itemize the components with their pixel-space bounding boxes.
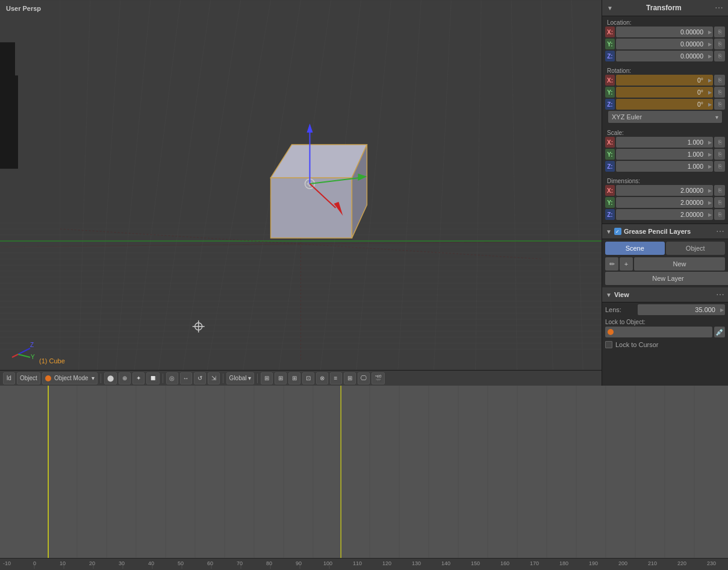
- gp-menu[interactable]: ⋯: [716, 227, 724, 236]
- view-title: View: [614, 291, 714, 298]
- gp-new-btn[interactable]: New: [634, 257, 725, 271]
- toolbar-mode-select[interactable]: Object Mode ▾: [42, 372, 98, 384]
- scale-x-copy[interactable]: ⎘: [714, 137, 725, 148]
- svg-text:120: 120: [382, 560, 391, 566]
- rotation-x-input[interactable]: 0° ▶: [616, 75, 713, 86]
- location-x-input[interactable]: 0.00000 ▶: [616, 27, 713, 37]
- location-z-input[interactable]: 0.00000 ▶: [616, 51, 713, 61]
- toolbar-icon8[interactable]: 🖵: [358, 372, 370, 384]
- eyedropper-icon: 💉: [715, 328, 724, 336]
- object-label: (1) Cube: [39, 357, 65, 365]
- svg-text:200: 200: [618, 560, 627, 566]
- sep2: [163, 374, 163, 383]
- scale-z-input[interactable]: 1.000 ▶: [616, 161, 713, 172]
- toolbar-icon4[interactable]: ⊡: [302, 372, 314, 384]
- rotation-y-input[interactable]: 0° ▶: [616, 87, 713, 98]
- rotation-z-input[interactable]: 0° ▶: [616, 99, 713, 110]
- gp-pencil-btn[interactable]: ✏: [605, 257, 618, 271]
- toolbar-grid3[interactable]: ⊞: [288, 372, 300, 384]
- toolbar-icon6[interactable]: ≡: [330, 372, 342, 384]
- gp-tabs: Scene Object: [605, 242, 725, 255]
- dim-x-input[interactable]: 2.00000 ▶: [616, 185, 713, 196]
- dim-y-copy[interactable]: ⎘: [714, 197, 725, 208]
- rotation-z-copy[interactable]: ⎘: [714, 99, 725, 110]
- rotation-x-copy[interactable]: ⎘: [714, 75, 725, 86]
- timeline-content[interactable]: [0, 386, 728, 558]
- location-y-copy[interactable]: ⎘: [714, 39, 725, 49]
- toolbar-global-select[interactable]: Global ▾: [226, 372, 254, 384]
- svg-line-63: [18, 348, 30, 354]
- scale-x-axis: X:: [605, 137, 615, 148]
- lock-cursor-checkbox[interactable]: [605, 341, 612, 348]
- toolbar-object-btn[interactable]: Object: [17, 372, 40, 384]
- scale-x-input[interactable]: 1.000 ▶: [616, 137, 713, 148]
- svg-text:90: 90: [296, 560, 302, 566]
- viewport[interactable]: User Persp Z Y (1) Cube ld Object: [0, 0, 602, 386]
- toolbar-grid2[interactable]: ⊞: [275, 372, 287, 384]
- toolbar-snap[interactable]: 🔲: [146, 372, 160, 384]
- gp-add-btn[interactable]: +: [620, 257, 633, 271]
- svg-text:170: 170: [530, 560, 539, 566]
- timeline-ticks-bg: [0, 386, 728, 558]
- gp-new-layer-btn[interactable]: New Layer: [605, 272, 728, 285]
- view-menu[interactable]: ⋯: [716, 290, 724, 299]
- dim-z-input[interactable]: 2.00000 ▶: [616, 209, 713, 220]
- scale-y-copy[interactable]: ⎘: [714, 149, 725, 160]
- toolbar-icon5[interactable]: ⊗: [316, 372, 328, 384]
- svg-line-65: [18, 354, 30, 357]
- gp-tab-object[interactable]: Object: [666, 242, 726, 255]
- lock-object-input[interactable]: [605, 327, 712, 337]
- dim-z-axis: Z:: [605, 209, 615, 220]
- location-x-copy[interactable]: ⎘: [714, 27, 725, 37]
- lock-object-input-row: 💉: [605, 327, 725, 337]
- toolbar-grid[interactable]: ⊞: [261, 372, 273, 384]
- toolbar-scale[interactable]: ⇲: [208, 372, 220, 384]
- svg-text:160: 160: [500, 560, 509, 566]
- rotation-x-row: X: 0° ▶ ⎘: [605, 75, 725, 86]
- axes-indicator: Z Y: [9, 339, 39, 365]
- toolbar-viewport-shading[interactable]: ⬤: [104, 372, 117, 384]
- toolbar-edit-btn[interactable]: ld: [3, 372, 15, 384]
- svg-text:80: 80: [266, 560, 272, 566]
- toolbar-icon7[interactable]: ⊞: [344, 372, 356, 384]
- toolbar-transform[interactable]: ↔: [180, 372, 192, 384]
- toolbar-proportional[interactable]: ◎: [166, 372, 178, 384]
- dim-x-copy[interactable]: ⎘: [714, 185, 725, 196]
- lock-object-icon[interactable]: 💉: [714, 327, 725, 337]
- viewport-label: User Persp: [6, 5, 41, 12]
- rotation-y-copy[interactable]: ⎘: [714, 87, 725, 98]
- toolbar-rotate[interactable]: ↺: [194, 372, 206, 384]
- dim-z-copy[interactable]: ⎘: [714, 209, 725, 220]
- svg-text:100: 100: [323, 560, 332, 566]
- scale-z-copy[interactable]: ⎘: [714, 161, 725, 172]
- gp-tab-scene[interactable]: Scene: [605, 242, 665, 255]
- transform-menu[interactable]: ⋯: [715, 3, 723, 13]
- scale-y-input[interactable]: 1.000 ▶: [616, 149, 713, 160]
- dim-y-axis: Y:: [605, 197, 615, 208]
- dimensions-label: Dimensions:: [605, 177, 725, 185]
- toolbar-overlay[interactable]: ⊕: [119, 372, 131, 384]
- rotation-mode-label: XYZ Euler: [612, 113, 642, 121]
- location-y-input[interactable]: 0.00000 ▶: [616, 39, 713, 49]
- lens-input[interactable]: 35.000 ▶: [638, 304, 725, 315]
- toolbar-icon9[interactable]: 🎬: [372, 372, 385, 384]
- dim-z-row: Z: 2.00000 ▶ ⎘: [605, 209, 725, 220]
- toolbar-gizmo[interactable]: ✦: [132, 372, 145, 384]
- svg-text:110: 110: [353, 560, 362, 566]
- gp-collapse-arrow[interactable]: ▼: [606, 228, 612, 235]
- dim-y-input[interactable]: 2.00000 ▶: [616, 197, 713, 208]
- euler-selector[interactable]: XYZ Euler ▾: [608, 111, 722, 123]
- svg-text:30: 30: [119, 560, 125, 566]
- right-panel: ▼ Transform ⋯ Location: X: 0.00000 ▶ ⎘ Y…: [602, 0, 728, 386]
- gp-section-header: ▼ ✓ Grease Pencil Layers ⋯: [602, 224, 728, 239]
- svg-text:0: 0: [33, 560, 36, 566]
- sep1: [101, 374, 101, 383]
- svg-text:230: 230: [707, 560, 716, 566]
- svg-text:-10: -10: [3, 560, 11, 566]
- gp-checkbox[interactable]: ✓: [614, 228, 621, 235]
- euler-dropdown-arrow: ▾: [715, 114, 718, 121]
- view-arrow[interactable]: ▼: [606, 292, 612, 298]
- timeline: -10 0 10 20 30 40 50 60 70 80 90 100 110…: [0, 386, 728, 570]
- location-z-copy[interactable]: ⎘: [714, 51, 725, 61]
- svg-text:20: 20: [89, 560, 95, 566]
